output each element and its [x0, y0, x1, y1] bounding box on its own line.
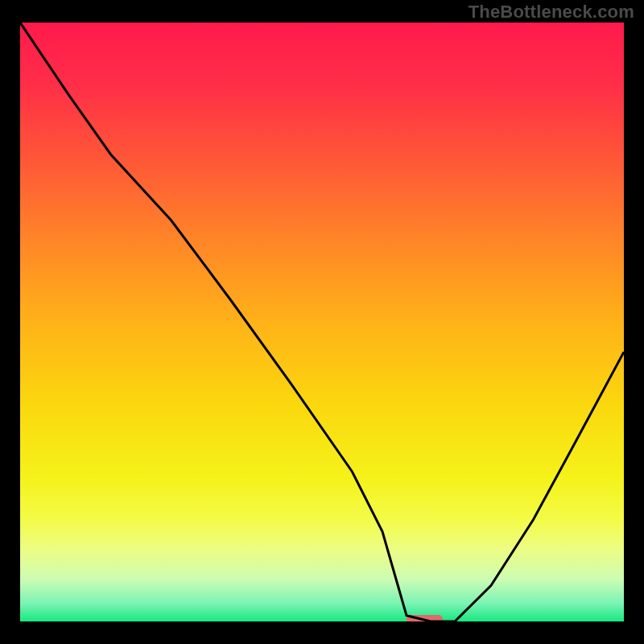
- gradient-background: [20, 23, 624, 621]
- bottleneck-chart: [20, 23, 624, 621]
- chart-frame: TheBottleneck.com: [0, 0, 644, 644]
- watermark-text: TheBottleneck.com: [469, 2, 634, 23]
- plot-area: [20, 23, 624, 621]
